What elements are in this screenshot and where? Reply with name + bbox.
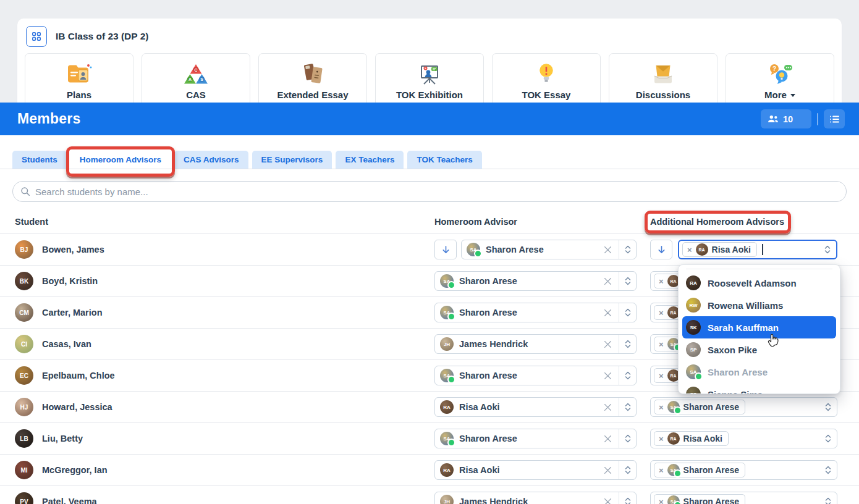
student-cell: BJ Bowen, James xyxy=(15,234,104,265)
svg-text:A: A xyxy=(188,77,192,82)
additional-advisors-multiselect[interactable]: × SA Sharon Arese xyxy=(650,492,837,504)
remove-tag-button[interactable]: × xyxy=(659,403,664,411)
select-chevrons[interactable] xyxy=(819,461,837,479)
select-chevrons[interactable] xyxy=(819,241,836,258)
select-chevrons[interactable] xyxy=(619,429,636,448)
select-chevrons[interactable] xyxy=(819,398,837,416)
tile-more[interactable]: ? More xyxy=(726,53,834,109)
online-dot xyxy=(695,372,703,380)
class-card-header: IB Class of 23 (DP 2) xyxy=(17,19,842,52)
homeroom-advisor-cell: SA Sharon Arese xyxy=(434,303,637,322)
advisor-select[interactable]: JH James Hendrick xyxy=(434,492,637,504)
copy-down-additional-button[interactable] xyxy=(650,240,672,259)
advisor-select[interactable]: SA Sharon Arese xyxy=(434,303,637,322)
dropdown-option-disabled[interactable]: SA Sharon Arese xyxy=(679,361,840,383)
tab-homeroom-advisors[interactable]: Homeroom Advisors xyxy=(70,151,171,169)
advisor-tag: × SA Sharon Arese xyxy=(654,463,745,477)
advisor-select[interactable]: SA Sharon Arese xyxy=(434,271,637,291)
tile-extended-essay[interactable]: Extended Essay xyxy=(258,53,367,109)
advisor-select[interactable]: RA Risa Aoki xyxy=(434,460,637,480)
clear-selection-button[interactable] xyxy=(597,435,619,443)
search-input[interactable] xyxy=(12,181,847,202)
dropdown-option[interactable]: RW Rowena Williams xyxy=(679,294,840,316)
homeroom-advisor-cell: SA Sharon Arese xyxy=(434,366,637,385)
select-chevrons[interactable] xyxy=(619,492,636,504)
remove-tag-button[interactable]: × xyxy=(659,466,664,474)
x-icon xyxy=(604,498,612,504)
nav-tiles: Plans C A S CAS xyxy=(17,52,842,109)
student-cell: EC Epelbaum, Chloe xyxy=(15,360,115,391)
advisor-dropdown: RA Roosevelt Adamson RW Rowena Williams … xyxy=(678,264,840,394)
remove-tag-button[interactable]: × xyxy=(659,340,664,348)
tile-plans[interactable]: Plans xyxy=(25,53,133,109)
avatar: JH xyxy=(440,337,454,351)
tab-ee-supervisors[interactable]: EE Supervisors xyxy=(252,151,332,169)
table-row: PV Patel, Veema JH James Hendrick xyxy=(0,486,859,504)
student-cell: MI McGreggor, Ian xyxy=(15,455,108,485)
remove-tag-button[interactable]: × xyxy=(659,309,664,317)
clear-selection-button[interactable] xyxy=(597,372,619,380)
dropdown-option[interactable]: SP Saxon Pike xyxy=(679,338,840,361)
clear-selection-button[interactable] xyxy=(597,277,619,285)
tab-students[interactable]: Students xyxy=(12,151,67,169)
select-chevrons[interactable] xyxy=(819,492,837,504)
additional-advisors-multiselect[interactable]: × SA Sharon Arese xyxy=(650,397,837,417)
remove-tag-button[interactable]: × xyxy=(659,372,664,380)
clear-selection-button[interactable] xyxy=(597,403,619,411)
tile-tok-exhibition[interactable]: TOK Exhibition xyxy=(375,53,484,109)
avatar: SA xyxy=(440,274,454,288)
clear-selection-button[interactable] xyxy=(597,466,619,474)
tile-discussions[interactable]: Discussions xyxy=(609,53,717,109)
select-chevrons[interactable] xyxy=(619,398,636,416)
members-panel: Students Homeroom Advisors CAS Advisors … xyxy=(0,135,859,504)
advisor-select[interactable]: JH James Hendrick xyxy=(434,334,637,354)
dropdown-option-highlighted[interactable]: SK Sarah Kauffman xyxy=(682,316,836,338)
homeroom-advisor-cell: RA Risa Aoki xyxy=(434,397,637,417)
advisor-select[interactable]: SA Sharon Arese xyxy=(461,240,637,259)
remove-tag-button[interactable]: × xyxy=(687,246,692,254)
member-tabs: Students Homeroom Advisors CAS Advisors … xyxy=(0,151,859,169)
avatar: SA xyxy=(440,369,454,382)
remove-tag-button[interactable]: × xyxy=(659,498,664,504)
avatar: SA xyxy=(667,495,680,504)
clear-selection-button[interactable] xyxy=(597,246,619,254)
advisor-select[interactable]: RA Risa Aoki xyxy=(434,397,637,417)
advisor-tag: × SA Sharon Arese xyxy=(654,494,745,504)
additional-advisors-multiselect[interactable]: × SA Sharon Arese xyxy=(650,460,837,480)
select-chevrons[interactable] xyxy=(619,366,636,385)
tile-cas[interactable]: C A S CAS xyxy=(142,53,250,109)
clear-selection-button[interactable] xyxy=(597,498,619,504)
advisor-select[interactable]: SA Sharon Arese xyxy=(434,429,637,448)
x-icon xyxy=(604,435,612,443)
dropdown-option[interactable]: SS Sienna Sims xyxy=(679,383,840,394)
tab-cas-advisors[interactable]: CAS Advisors xyxy=(174,151,248,169)
select-chevrons[interactable] xyxy=(619,461,636,479)
select-chevrons[interactable] xyxy=(619,240,636,259)
avatar: LB xyxy=(15,429,33,448)
avatar: SP xyxy=(686,342,701,357)
tab-tok-teachers[interactable]: TOK Teachers xyxy=(407,151,481,169)
select-chevrons[interactable] xyxy=(619,303,636,322)
clear-selection-button[interactable] xyxy=(597,340,619,348)
additional-advisors-multiselect-focused[interactable]: × RA Risa Aoki xyxy=(678,240,837,259)
remove-tag-button[interactable]: × xyxy=(659,277,664,285)
tab-ex-teachers[interactable]: EX Teachers xyxy=(336,151,404,169)
remove-tag-button[interactable]: × xyxy=(659,435,664,443)
class-grid-icon[interactable] xyxy=(26,26,47,47)
clear-selection-button[interactable] xyxy=(597,309,619,317)
dropdown-option[interactable]: RA Roosevelt Adamson xyxy=(679,272,840,294)
copy-down-advisor-button[interactable] xyxy=(434,240,457,259)
student-cell: CI Casas, Ivan xyxy=(15,329,91,359)
student-cell: CM Carter, Marion xyxy=(15,297,103,328)
member-count-button[interactable]: 10 xyxy=(761,109,811,128)
select-chevrons[interactable] xyxy=(619,272,636,290)
select-chevrons[interactable] xyxy=(619,335,636,353)
table-header: Student Homeroom Advisor Additional Home… xyxy=(0,213,859,233)
search-icon xyxy=(20,187,30,196)
list-view-button[interactable] xyxy=(824,109,845,128)
advisor-select[interactable]: SA Sharon Arese xyxy=(434,366,637,385)
select-chevrons[interactable] xyxy=(819,429,837,448)
additional-advisors-multiselect[interactable]: × RA Risa Aoki xyxy=(650,429,837,448)
svg-text:?: ? xyxy=(772,65,776,72)
tile-tok-essay[interactable]: TOK Essay xyxy=(492,53,601,109)
